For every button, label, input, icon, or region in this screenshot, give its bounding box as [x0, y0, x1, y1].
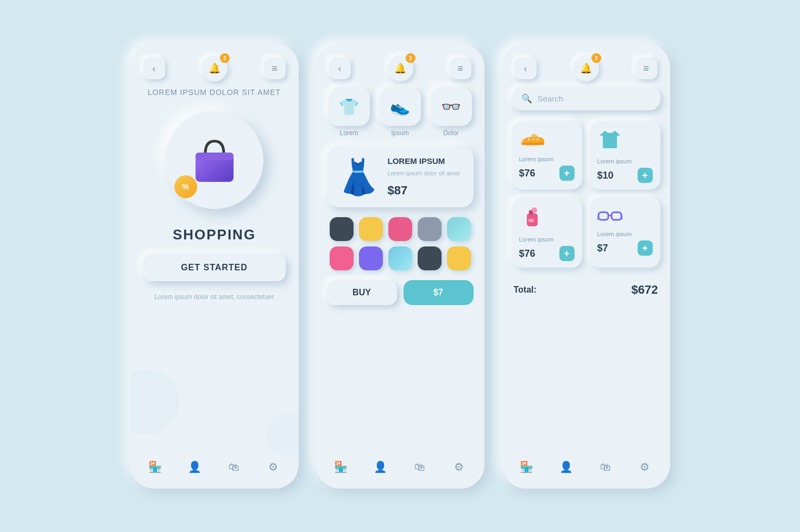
total-row: Total: $672 — [512, 275, 660, 300]
bell-icon-2: 🔔 — [394, 62, 406, 74]
grid-card-0: Lorem ipsum $76 + — [512, 121, 582, 189]
bell-button-2[interactable]: 🔔 3 — [387, 55, 413, 81]
menu-button-1[interactable]: ≡ — [264, 58, 286, 79]
svg-point-4 — [528, 138, 530, 141]
color-swatch-1[interactable] — [359, 217, 383, 241]
svg-point-9 — [532, 207, 537, 213]
menu-button-3[interactable]: ≡ — [635, 58, 657, 79]
color-swatch-5[interactable] — [330, 246, 354, 270]
product-desc: Lorem ipsum dolor sit amet — [388, 169, 464, 178]
color-swatch-4[interactable] — [447, 217, 471, 241]
category-label-1: Ipsum — [391, 129, 409, 137]
top-bar-2: ‹ 🔔 3 ≡ — [316, 43, 484, 87]
search-bar[interactable]: 🔍 Search — [512, 87, 660, 110]
product-grid: Lorem ipsum $76 + Lorem ipsum — [512, 121, 660, 268]
category-btn-0[interactable]: 👕 — [329, 87, 370, 126]
category-row: 👕 Lorem 👟 Ipsum 👓 Dolor — [327, 87, 474, 137]
product-card: 👗 LOREM IPSUM Lorem ipsum dolor sit amet… — [327, 147, 474, 207]
nav-settings-1[interactable]: ⚙ — [263, 457, 283, 477]
color-swatch-6[interactable] — [359, 246, 383, 270]
add-button-1[interactable]: + — [638, 168, 653, 183]
product-image: 👗 — [337, 160, 380, 194]
svg-line-15 — [621, 216, 622, 220]
price-button[interactable]: $7 — [404, 280, 474, 305]
bottom-nav-2: 🏪 👤 🛍 ⚙ — [316, 449, 484, 489]
svg-rect-1 — [196, 153, 234, 160]
grid-card-bottom-2: $76 + — [519, 246, 575, 261]
grid-card-2: Lorem ipsum $76 + — [512, 197, 582, 268]
back-button-2[interactable]: ‹ — [329, 58, 351, 79]
phone-2: ‹ 🔔 3 ≡ 👕 Lorem 👟 — [316, 43, 484, 489]
nav-user-2[interactable]: 👤 — [370, 457, 390, 477]
nav-settings-2[interactable]: ⚙ — [449, 457, 469, 477]
add-button-3[interactable]: + — [638, 240, 653, 256]
shopping-title: SHOPPING — [173, 226, 256, 243]
category-btn-2[interactable]: 👓 — [431, 87, 472, 126]
color-grid — [327, 217, 474, 270]
color-swatch-2[interactable] — [388, 217, 412, 241]
svg-rect-10 — [528, 219, 534, 222]
color-swatch-0[interactable] — [330, 217, 354, 241]
nav-store-2[interactable]: 🏪 — [331, 457, 351, 477]
grid-card-1: Lorem ipsum $10 + — [590, 121, 660, 189]
add-button-2[interactable]: + — [559, 246, 575, 261]
screen1-title: LOREM IPSUM DOLOR SIT AMET — [148, 87, 281, 98]
nav-store-3[interactable]: 🏪 — [517, 457, 537, 477]
nav-user-1[interactable]: 👤 — [185, 457, 204, 477]
menu-button-2[interactable]: ≡ — [450, 58, 471, 79]
grid-card-3: Lorem ipsum $7 + — [590, 197, 660, 268]
phone-3: ‹ 🔔 3 ≡ 🔍 Search — [502, 43, 670, 489]
grid-card-bottom-0: $76 + — [519, 166, 575, 181]
grid-card-icon-1 — [597, 129, 653, 154]
color-swatch-3[interactable] — [418, 217, 442, 241]
grid-card-bottom-3: $7 + — [597, 240, 653, 256]
bottom-nav-3: 🏪 👤 🛍 ⚙ — [502, 449, 670, 489]
buy-button[interactable]: BUY — [327, 280, 397, 305]
bell-badge-3: 3 — [591, 53, 601, 63]
search-placeholder: Search — [538, 94, 564, 103]
product-name: LOREM IPSUM — [388, 156, 464, 166]
back-button-3[interactable]: ‹ — [515, 58, 537, 79]
grid-card-price-2: $76 — [519, 248, 536, 259]
percent-badge: % — [174, 175, 197, 198]
bell-badge-1: 3 — [220, 53, 230, 63]
color-swatch-8[interactable] — [418, 246, 442, 270]
category-item-2: 👓 Dolor — [429, 87, 474, 137]
product-info: LOREM IPSUM Lorem ipsum dolor sit amet $… — [388, 156, 464, 198]
back-button-1[interactable]: ‹ — [143, 58, 165, 79]
total-value: $672 — [632, 283, 658, 297]
search-icon: 🔍 — [521, 93, 532, 104]
grid-card-price-1: $10 — [597, 170, 614, 181]
nav-user-3[interactable]: 👤 — [556, 457, 576, 477]
category-label-0: Lorem — [339, 129, 358, 137]
bag-circle: % — [166, 111, 263, 209]
screen2-content: 👕 Lorem 👟 Ipsum 👓 Dolor — [316, 87, 484, 449]
buy-row: BUY $7 — [327, 280, 474, 305]
svg-rect-3 — [521, 143, 544, 145]
category-item-1: 👟 Ipsum — [378, 87, 423, 137]
top-bar-1: ‹ 🔔 3 ≡ — [130, 43, 299, 87]
add-button-0[interactable]: + — [559, 166, 575, 181]
phone-1: ‹ 🔔 3 ≡ LOREM IPSUM DOLOR SIT AMET — [130, 43, 299, 489]
grid-card-icon-0 — [519, 129, 575, 151]
category-label-2: Dolor — [443, 129, 459, 137]
nav-bag-1[interactable]: 🛍 — [224, 457, 244, 477]
svg-rect-11 — [599, 212, 608, 220]
grid-card-name-1: Lorem ipsum — [597, 158, 653, 164]
bell-button-3[interactable]: 🔔 3 — [573, 55, 599, 81]
nav-bag-3[interactable]: 🛍 — [596, 457, 615, 477]
category-item-0: 👕 Lorem — [327, 87, 371, 137]
nav-settings-3[interactable]: ⚙ — [635, 457, 654, 477]
grid-card-icon-3 — [597, 205, 653, 226]
svg-rect-12 — [612, 212, 621, 220]
nav-bag-2[interactable]: 🛍 — [410, 457, 430, 477]
bell-icon-3: 🔔 — [580, 62, 592, 74]
bell-button-1[interactable]: 🔔 3 — [201, 55, 228, 81]
get-started-button[interactable]: GET STARTED — [143, 254, 286, 281]
color-swatch-7[interactable] — [388, 246, 412, 270]
nav-store-1[interactable]: 🏪 — [146, 457, 165, 477]
color-swatch-9[interactable] — [447, 246, 471, 270]
category-btn-1[interactable]: 👟 — [380, 87, 421, 126]
grid-card-icon-2 — [519, 205, 575, 232]
grid-card-name-0: Lorem ipsum — [519, 156, 575, 162]
